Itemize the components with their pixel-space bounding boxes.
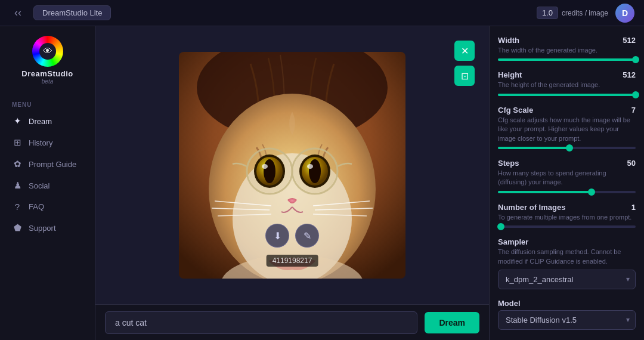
top-bar-left: ‹‹ DreamStudio Lite — [10, 4, 111, 21]
setting-num-images: Number of Images 1 To generate multiple … — [498, 203, 636, 228]
generated-image-wrapper: 4119198217 ⬇ ✎ — [179, 52, 405, 279]
svg-point-16 — [307, 164, 313, 169]
faq-icon: ? — [12, 202, 23, 212]
download-button[interactable]: ⬇ — [265, 224, 289, 248]
prompt-bar: Dream — [95, 304, 489, 340]
steps-slider-fill — [498, 191, 592, 193]
back-button[interactable]: ‹‹ — [10, 4, 26, 21]
width-slider-thumb[interactable] — [632, 56, 639, 63]
width-value: 512 — [623, 36, 636, 45]
setting-steps-header: Steps 50 — [498, 159, 636, 168]
prompt-input[interactable] — [105, 311, 417, 334]
svg-point-11 — [264, 159, 275, 183]
sidebar-item-support-label: Support — [29, 224, 56, 233]
sidebar-item-faq[interactable]: ? FAQ — [0, 196, 95, 217]
app-tab[interactable]: DreamStudio Lite — [33, 5, 111, 20]
svg-point-15 — [309, 159, 321, 183]
prompt-guide-icon: ✿ — [12, 159, 23, 169]
logo-icon: 👁 — [32, 36, 63, 67]
sidebar-menu-label: MENU — [0, 97, 95, 110]
avatar[interactable]: D — [615, 4, 634, 23]
toolbar-icons: ✕ ⊡ — [454, 41, 475, 86]
cfg-slider-thumb[interactable] — [566, 144, 573, 152]
top-bar-right: 1.0 credits / image D — [537, 4, 634, 23]
cfg-slider-track[interactable] — [498, 147, 636, 149]
cfg-label: Cfg Scale — [498, 106, 533, 115]
image-actions: ⬇ ✎ — [265, 224, 319, 248]
height-slider-track[interactable] — [498, 94, 636, 96]
width-slider-track[interactable] — [498, 58, 636, 61]
sidebar-item-prompt-guide-label: Prompt Guide — [29, 160, 76, 169]
sidebar-brand-sub: beta — [42, 78, 53, 85]
setting-num-header: Number of Images 1 — [498, 203, 636, 212]
height-slider-fill — [498, 94, 636, 96]
image-area: ✕ ⊡ — [95, 26, 489, 304]
center-content: ✕ ⊡ — [95, 26, 489, 340]
setting-cfg-scale: Cfg Scale 7 Cfg scale adjusts how much t… — [498, 106, 636, 149]
height-slider-thumb[interactable] — [632, 91, 639, 98]
cfg-slider-fill — [498, 147, 569, 149]
sidebar-item-prompt-guide[interactable]: ✿ Prompt Guide — [0, 153, 95, 175]
setting-steps: Steps 50 How many steps to spend generat… — [498, 159, 636, 193]
sidebar-brand-name: DreamStudio — [21, 69, 73, 78]
height-label: Height — [498, 70, 522, 79]
sidebar: 👁 DreamStudio beta MENU ✦ Dream ⊞ Histor… — [0, 26, 95, 340]
sidebar-logo: 👁 DreamStudio beta — [0, 36, 95, 85]
sampler-select[interactable]: k_dpm_2_ancestral k_euler k_euler_ancest… — [498, 270, 636, 289]
sampler-label: Sampler — [498, 237, 528, 246]
height-value: 512 — [623, 70, 636, 79]
right-panel: Width 512 The width of the generated ima… — [489, 26, 644, 340]
setting-height-header: Height 512 — [498, 70, 636, 79]
sidebar-item-history-label: History — [29, 138, 52, 147]
social-icon: ♟ — [12, 180, 23, 191]
num-images-slider-track[interactable] — [498, 225, 636, 228]
svg-point-12 — [262, 164, 268, 169]
width-slider-fill — [498, 58, 636, 61]
sidebar-item-faq-label: FAQ — [29, 202, 44, 211]
credits-label: credits / image — [562, 9, 608, 17]
support-icon: ⬟ — [12, 222, 23, 233]
top-bar: ‹‹ DreamStudio Lite 1.0 credits / image … — [0, 0, 644, 26]
sidebar-item-social[interactable]: ♟ Social — [0, 175, 95, 196]
width-desc: The width of the generated image. — [498, 46, 636, 55]
history-icon: ⊞ — [12, 137, 23, 148]
steps-slider-thumb[interactable] — [588, 188, 595, 196]
steps-slider-track[interactable] — [498, 191, 636, 193]
image-tool-button[interactable]: ⊡ — [454, 66, 475, 86]
dream-button[interactable]: Dream — [425, 312, 479, 333]
num-images-label: Number of Images — [498, 203, 565, 212]
sidebar-item-history[interactable]: ⊞ History — [0, 132, 95, 153]
height-desc: The height of the generated image. — [498, 81, 636, 89]
sidebar-item-social-label: Social — [29, 181, 49, 190]
setting-width-header: Width 512 — [498, 36, 636, 45]
num-images-slider-thumb[interactable] — [497, 223, 504, 230]
setting-model: Model Stable Diffusion v1.5 Stable Diffu… — [498, 299, 636, 330]
width-label: Width — [498, 36, 519, 45]
setting-height: Height 512 The height of the generated i… — [498, 70, 636, 95]
setting-cfg-header: Cfg Scale 7 — [498, 106, 636, 115]
edit-button[interactable]: ✎ — [295, 224, 319, 248]
image-tool-icon: ⊡ — [461, 70, 469, 82]
sampler-desc: The diffusion sampling method. Cannot be… — [498, 248, 636, 266]
model-select-wrapper: Stable Diffusion v1.5 Stable Diffusion v… — [498, 310, 636, 330]
steps-desc: How many steps to spend generating (diff… — [498, 169, 636, 187]
num-images-value: 1 — [631, 203, 636, 212]
sampler-select-wrapper: k_dpm_2_ancestral k_euler k_euler_ancest… — [498, 270, 636, 289]
cfg-value: 7 — [631, 106, 636, 115]
logo-eye: 👁 — [39, 43, 56, 60]
steps-value: 50 — [627, 159, 636, 168]
setting-sampler-header: Sampler — [498, 237, 636, 246]
edit-icon: ✎ — [304, 230, 311, 242]
close-tool-button[interactable]: ✕ — [454, 41, 475, 61]
close-tool-icon: ✕ — [461, 45, 469, 57]
setting-width: Width 512 The width of the generated ima… — [498, 36, 636, 61]
credits-box: 1.0 credits / image — [537, 7, 608, 19]
credits-value: 1.0 — [537, 7, 558, 19]
model-select[interactable]: Stable Diffusion v1.5 Stable Diffusion v… — [498, 310, 636, 330]
num-images-desc: To generate multiple images from one pro… — [498, 213, 636, 222]
steps-label: Steps — [498, 159, 519, 168]
sidebar-item-dream[interactable]: ✦ Dream — [0, 110, 95, 132]
download-icon: ⬇ — [274, 230, 281, 242]
sidebar-item-support[interactable]: ⬟ Support — [0, 217, 95, 239]
image-id-badge: 4119198217 — [267, 255, 318, 267]
